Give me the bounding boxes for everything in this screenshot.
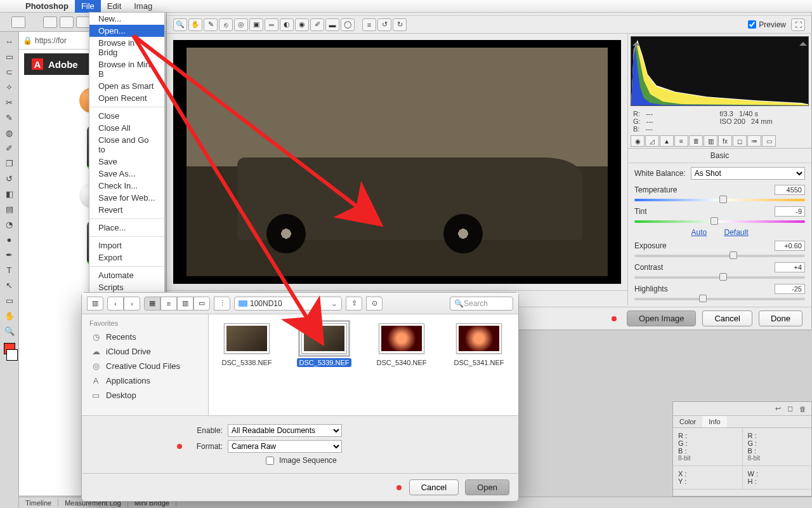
- crop-icon[interactable]: ▣: [249, 18, 263, 31]
- adjust-brush-icon[interactable]: ✐: [310, 18, 324, 31]
- eyedrop-tool-icon[interactable]: ✎: [3, 110, 16, 124]
- file-thumb[interactable]: DSC_5341.NEF: [447, 323, 511, 366]
- file-thumb[interactable]: DSC_5338.NEF: [215, 323, 278, 366]
- tab-detail-icon[interactable]: ▲: [660, 135, 674, 147]
- wb-icon[interactable]: ✎: [204, 18, 218, 31]
- menu-close-goto[interactable]: Close and Go to: [89, 134, 164, 156]
- enable-select[interactable]: All Readable Documents: [228, 424, 342, 437]
- zoom-icon[interactable]: 🔍: [173, 18, 187, 31]
- slider-value[interactable]: +4: [775, 262, 805, 272]
- marquee-tool-icon[interactable]: ▭: [3, 50, 16, 64]
- stamp-tool-icon[interactable]: ❐: [3, 156, 16, 170]
- done-button[interactable]: Done: [759, 311, 802, 326]
- wb-select[interactable]: As Shot: [691, 167, 805, 180]
- menu-revert[interactable]: Revert: [89, 204, 164, 216]
- menu-save-web[interactable]: Save for Web...: [89, 192, 164, 204]
- default-link[interactable]: Default: [724, 228, 749, 237]
- auto-link[interactable]: Auto: [691, 228, 707, 237]
- tab-curve-icon[interactable]: ◿: [645, 135, 659, 147]
- search-input[interactable]: 🔍 Search: [450, 297, 513, 311]
- eraser-tool-icon[interactable]: ◧: [3, 187, 16, 201]
- menu-new[interactable]: New...: [89, 13, 164, 25]
- image-sequence-checkbox[interactable]: [266, 457, 274, 465]
- sidebar-item[interactable]: ◷Recents: [82, 330, 208, 344]
- history-tool-icon[interactable]: ↺: [3, 171, 16, 185]
- sidebar-item[interactable]: ☁iCloud Drive: [82, 344, 208, 359]
- hand-icon[interactable]: ✋: [188, 18, 202, 31]
- tab-color[interactable]: Color: [673, 416, 702, 427]
- lasso-tool-icon[interactable]: ⊂: [3, 65, 16, 79]
- slider-track[interactable]: [634, 220, 805, 223]
- menu-save[interactable]: Save: [89, 156, 164, 168]
- slider-knob[interactable]: [699, 295, 707, 302]
- preview-checkbox[interactable]: Preview: [748, 20, 786, 29]
- slider-knob[interactable]: [730, 251, 737, 259]
- tab-split-icon[interactable]: ≣: [689, 135, 703, 147]
- prefs-icon[interactable]: ≡: [362, 18, 376, 31]
- dodge-tool-icon[interactable]: ●: [3, 232, 16, 246]
- hand-tool-icon[interactable]: ✋: [3, 309, 16, 323]
- history-icon[interactable]: ↩: [775, 404, 781, 413]
- slider-track[interactable]: [634, 276, 805, 279]
- menu-edit[interactable]: Edit: [101, 0, 128, 13]
- radial-icon[interactable]: ◯: [341, 18, 355, 31]
- slider-knob[interactable]: [710, 217, 718, 225]
- menu-place[interactable]: Place...: [89, 222, 164, 234]
- menu-export[interactable]: Export: [89, 251, 164, 264]
- menu-close-all[interactable]: Close All: [89, 122, 164, 134]
- tab-basic-icon[interactable]: ◉: [631, 135, 645, 147]
- menu-save-as[interactable]: Save As...: [89, 168, 164, 180]
- zoom-tool-icon[interactable]: 🔍: [3, 324, 16, 338]
- menu-open[interactable]: Open...: [89, 25, 164, 37]
- cancel-button[interactable]: Cancel: [702, 311, 752, 326]
- shadow-clip-icon[interactable]: [632, 38, 640, 46]
- opt-icon[interactable]: [11, 17, 25, 28]
- target-icon[interactable]: ◎: [234, 18, 248, 31]
- file-browser[interactable]: DSC_5338.NEF DSC_5339.NEF DSC_5340.NEF D…: [209, 314, 518, 415]
- dialog-cancel-button[interactable]: Cancel: [409, 479, 459, 495]
- slider-track[interactable]: [634, 298, 805, 300]
- redeye-icon[interactable]: ◉: [295, 18, 309, 31]
- tab-snap-icon[interactable]: ▭: [762, 135, 776, 147]
- sampler-icon[interactable]: ⎋: [219, 18, 233, 31]
- view-icons[interactable]: ▦: [144, 297, 160, 311]
- slider-knob[interactable]: [719, 273, 727, 281]
- wand-tool-icon[interactable]: ✧: [3, 80, 16, 94]
- menu-file[interactable]: File: [75, 0, 101, 13]
- grad-icon[interactable]: ▬: [325, 18, 339, 31]
- menu-browse-mini[interactable]: Browse in Mini B: [89, 58, 164, 80]
- menu-close[interactable]: Close: [89, 110, 164, 122]
- dialog-open-button[interactable]: Open: [465, 479, 509, 495]
- spot-icon[interactable]: ◐: [280, 18, 294, 31]
- slider-value[interactable]: -25: [775, 284, 805, 294]
- type-tool-icon[interactable]: T: [3, 263, 16, 277]
- menu-browse-bridge[interactable]: Browse in Bridg: [89, 37, 164, 58]
- crop-tool-icon[interactable]: ✂: [3, 95, 16, 109]
- highlight-clip-icon[interactable]: [799, 38, 807, 46]
- preview-image[interactable]: [173, 40, 621, 284]
- open-image-button[interactable]: Open Image: [627, 311, 697, 326]
- file-thumb[interactable]: DSC_5340.NEF: [370, 323, 433, 366]
- trash-icon[interactable]: 🗑: [799, 405, 806, 413]
- slider-knob[interactable]: [719, 196, 727, 203]
- rotate-r-icon[interactable]: ↻: [393, 18, 407, 31]
- slider-value[interactable]: +0.60: [775, 241, 805, 251]
- view-gallery[interactable]: ▭: [193, 297, 210, 311]
- sidebar-item[interactable]: ◎Creative Cloud Files: [82, 359, 208, 373]
- move-tool-icon[interactable]: ↔: [3, 34, 16, 48]
- opt-icon[interactable]: [43, 17, 57, 28]
- sidebar-item[interactable]: AApplications: [82, 373, 208, 388]
- menu-image[interactable]: Imag: [128, 0, 159, 13]
- tab-fx-icon[interactable]: fx: [718, 135, 732, 147]
- blur-tool-icon[interactable]: ◔: [3, 217, 16, 231]
- view-columns[interactable]: ▥: [177, 297, 193, 311]
- rotate-l-icon[interactable]: ↺: [377, 18, 391, 31]
- pen-tool-icon[interactable]: ✒: [3, 248, 16, 262]
- camera-icon[interactable]: ◻: [787, 404, 793, 413]
- folder-popup[interactable]: 100ND10 ⌄: [234, 297, 342, 311]
- tags-icon[interactable]: ⊙: [366, 297, 383, 311]
- histogram[interactable]: [631, 36, 809, 106]
- fwd-button[interactable]: ›: [124, 297, 140, 311]
- format-select[interactable]: Camera Raw: [228, 440, 342, 453]
- tab-preset-icon[interactable]: ≔: [747, 135, 761, 147]
